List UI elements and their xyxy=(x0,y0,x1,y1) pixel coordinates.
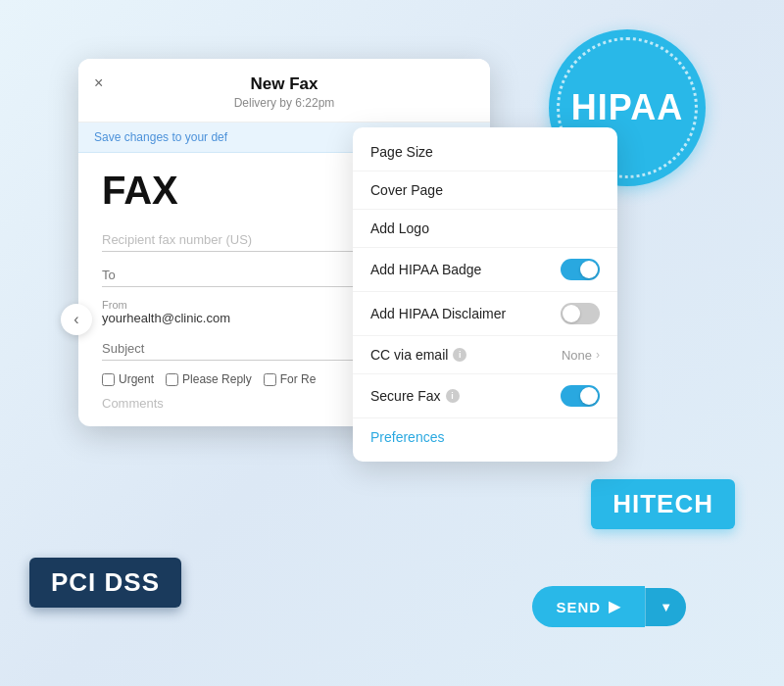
urgent-checkbox-item: Urgent xyxy=(102,372,154,386)
secure-fax-toggle[interactable] xyxy=(561,385,600,407)
send-button-group: SEND ▶ ▼ xyxy=(532,586,686,627)
menu-item-add-hipaa-badge[interactable]: Add HIPAA Badge xyxy=(353,248,617,292)
menu-item-add-logo[interactable]: Add Logo xyxy=(353,210,617,248)
menu-item-secure-fax[interactable]: Secure Fax i xyxy=(353,374,617,418)
cc-info-icon: i xyxy=(453,348,466,362)
send-dropdown-button[interactable]: ▼ xyxy=(645,588,686,626)
menu-item-cover-page[interactable]: Cover Page xyxy=(353,172,617,210)
please-reply-label: Please Reply xyxy=(182,372,252,386)
for-review-checkbox[interactable] xyxy=(264,373,276,386)
hipaa-disclaimer-toggle[interactable] xyxy=(561,303,600,324)
for-review-checkbox-item: For Re xyxy=(264,372,317,386)
send-button[interactable]: SEND ▶ xyxy=(532,586,645,627)
hipaa-text: HIPAA xyxy=(571,87,683,128)
send-label: SEND xyxy=(556,599,601,615)
urgent-label: Urgent xyxy=(119,372,154,386)
send-dropdown-icon: ▼ xyxy=(660,600,672,614)
menu-item-page-size[interactable]: Page Size xyxy=(353,133,617,172)
nav-back-arrow[interactable]: ‹ xyxy=(61,304,92,335)
toggle-knob xyxy=(563,305,580,322)
cc-none-label: None xyxy=(562,348,592,363)
dialog-subtitle: Delivery by 6:22pm xyxy=(98,96,470,110)
urgent-checkbox[interactable] xyxy=(102,373,115,386)
for-review-label: For Re xyxy=(280,372,317,386)
chevron-right-icon: › xyxy=(596,348,600,362)
toggle-knob xyxy=(580,261,598,278)
menu-item-cc-via-email[interactable]: CC via email i None › xyxy=(353,336,617,374)
pci-dss-badge: PCI DSS xyxy=(29,558,181,608)
hitech-badge: HITECH xyxy=(591,479,735,529)
menu-item-add-hipaa-disclaimer[interactable]: Add HIPAA Disclaimer xyxy=(353,292,617,336)
dialog-title: New Fax xyxy=(98,74,470,94)
preferences-link[interactable]: Preferences xyxy=(353,418,617,456)
toggle-knob xyxy=(580,387,598,405)
please-reply-checkbox-item: Please Reply xyxy=(166,372,252,386)
dialog-header: × New Fax Delivery by 6:22pm xyxy=(78,59,490,122)
hipaa-badge-toggle[interactable] xyxy=(561,259,600,280)
dropdown-menu: Page Size Cover Page Add Logo Add HIPAA … xyxy=(353,127,617,462)
send-icon: ▶ xyxy=(609,598,621,615)
please-reply-checkbox[interactable] xyxy=(166,373,178,386)
close-button[interactable]: × xyxy=(94,74,103,92)
secure-fax-info-icon: i xyxy=(446,389,460,403)
